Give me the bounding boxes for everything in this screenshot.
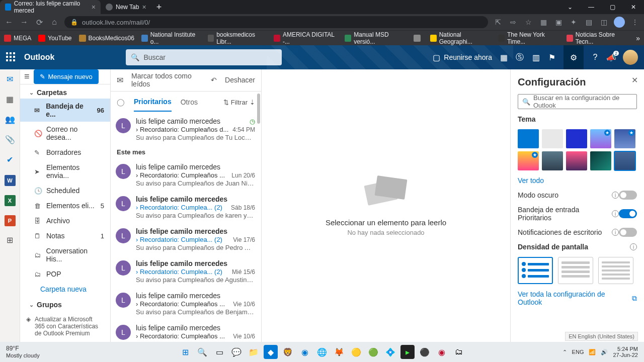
tab-other[interactable]: Otros bbox=[181, 93, 198, 111]
star-icon[interactable]: ☆ bbox=[523, 17, 533, 27]
folder-item[interactable]: 🗒Notas1 bbox=[20, 228, 110, 243]
bookmark-item[interactable]: The New York Time... bbox=[498, 31, 559, 45]
tab-close-icon[interactable]: × bbox=[92, 3, 96, 11]
app-icon[interactable]: ⚫ bbox=[418, 345, 432, 359]
theme-swatch[interactable] bbox=[518, 151, 539, 170]
explorer-icon[interactable]: 📁 bbox=[247, 345, 261, 359]
volume-icon[interactable]: 🔊 bbox=[601, 349, 608, 355]
select-all-icon[interactable]: ◯ bbox=[117, 98, 125, 106]
folders-section-header[interactable]: ⌄Carpetas bbox=[20, 84, 110, 99]
chevron-down-icon[interactable]: ⌄ bbox=[559, 0, 581, 14]
address-bar[interactable]: 🔒 outlook.live.com/mail/0/ bbox=[64, 16, 488, 28]
new-message-button[interactable]: ✎ Mensaje nuevo bbox=[34, 69, 99, 84]
tray-chevron-icon[interactable]: ⌃ bbox=[562, 349, 567, 355]
chat-icon[interactable]: 💬 bbox=[229, 345, 244, 359]
message-item[interactable]: Lluis felipe camilo mercedes◷› Recordato… bbox=[111, 113, 261, 145]
new-tab-button[interactable]: + bbox=[151, 0, 167, 14]
reload-icon[interactable]: ⟳ bbox=[34, 18, 44, 27]
edge-icon[interactable]: ◉ bbox=[298, 345, 312, 359]
filter-button[interactable]: ⇅Filtrar⇣ bbox=[223, 99, 255, 106]
minimize-icon[interactable]: — bbox=[581, 0, 602, 14]
folder-item[interactable]: ✎Borradores bbox=[20, 145, 110, 160]
menu-icon[interactable]: ⋮ bbox=[630, 17, 640, 27]
density-compact[interactable] bbox=[598, 257, 633, 284]
chrome-icon[interactable]: 🟡 bbox=[349, 345, 363, 359]
tab-focused[interactable]: Prioritarios bbox=[134, 93, 172, 112]
app-icon[interactable]: ◆ bbox=[264, 345, 278, 359]
theme-swatch[interactable] bbox=[542, 151, 563, 170]
undo-button[interactable]: Deshacer bbox=[225, 76, 255, 84]
info-icon[interactable]: i bbox=[612, 210, 619, 217]
theme-swatch[interactable] bbox=[590, 151, 611, 170]
app-launcher-icon[interactable] bbox=[6, 52, 16, 62]
search-input[interactable]: 🔍 Buscar bbox=[126, 49, 282, 65]
bookmark-item[interactable]: booksmedicos Libr... bbox=[208, 31, 267, 45]
taskview-icon[interactable]: ▭ bbox=[212, 345, 226, 359]
bookmark-item[interactable]: BooksMedicos06 bbox=[79, 31, 134, 45]
theme-swatch[interactable] bbox=[614, 129, 635, 148]
folder-item[interactable]: ➤Elementos envia... bbox=[20, 160, 110, 183]
settings-icon[interactable]: ⚙ bbox=[564, 45, 584, 69]
calendar-icon[interactable]: ▦ bbox=[5, 95, 16, 106]
folder-item[interactable]: 🗄Archivo bbox=[20, 213, 110, 228]
excel-icon[interactable]: X bbox=[5, 195, 16, 206]
folder-item[interactable]: 🗂Conversation His... bbox=[20, 243, 110, 266]
people-icon[interactable]: 👥 bbox=[5, 115, 16, 126]
language-indicator[interactable]: EN English (United States) bbox=[565, 332, 638, 341]
info-icon[interactable]: i bbox=[612, 229, 619, 236]
browser-tab[interactable]: New Tab × bbox=[101, 0, 151, 14]
see-all-themes-link[interactable]: Ver todo bbox=[518, 176, 637, 185]
theme-swatch[interactable] bbox=[590, 129, 611, 148]
message-item[interactable]: Lluis felipe camilo mercedes› Recordator… bbox=[111, 255, 261, 288]
app-icon[interactable]: ◉ bbox=[435, 345, 449, 359]
bookmark-item[interactable]: Noticias Sobre Tecn... bbox=[567, 31, 629, 45]
back-icon[interactable]: ← bbox=[4, 18, 14, 27]
word-icon[interactable]: W bbox=[5, 175, 16, 186]
bookmarks-overflow-icon[interactable]: » bbox=[636, 34, 640, 42]
megaphone-icon[interactable]: 📣 bbox=[607, 53, 616, 62]
scrollbar-thumb[interactable] bbox=[257, 94, 260, 124]
close-icon[interactable]: ✕ bbox=[631, 75, 638, 85]
app-icon[interactable]: 🌐 bbox=[315, 345, 329, 359]
focused-inbox-toggle[interactable] bbox=[619, 209, 637, 218]
grid-icon[interactable]: ▦ bbox=[499, 53, 508, 62]
todo-icon[interactable]: ✔ bbox=[5, 155, 16, 166]
tab-close-icon[interactable]: × bbox=[142, 3, 146, 11]
message-item[interactable]: Lluis felipe camilo mercedes› Recordator… bbox=[111, 288, 261, 320]
mail-icon[interactable]: ✉ bbox=[5, 74, 16, 85]
weather-widget[interactable]: 89°F Mostly cloudy bbox=[6, 345, 40, 358]
more-apps-icon[interactable]: ⊞ bbox=[5, 235, 16, 246]
density-medium[interactable] bbox=[558, 257, 593, 284]
info-icon[interactable]: i bbox=[612, 192, 619, 199]
ext-icon[interactable]: ▦ bbox=[538, 17, 548, 27]
bookmark-item[interactable]: MEGA bbox=[4, 31, 31, 45]
info-icon[interactable]: i bbox=[630, 243, 637, 250]
share-icon[interactable]: ⇱ bbox=[493, 17, 503, 27]
app-icon[interactable]: 🟢 bbox=[366, 345, 380, 359]
message-item[interactable]: Lluis felipe camilo mercedes› Recordator… bbox=[111, 223, 261, 255]
sidepanel-icon[interactable]: ◫ bbox=[599, 17, 609, 27]
powerpoint-icon[interactable]: P bbox=[5, 215, 16, 226]
wifi-icon[interactable]: 📶 bbox=[589, 349, 596, 355]
message-item[interactable]: Lluis felipe camilo mercedes› Recordator… bbox=[111, 320, 261, 342]
ext-icon[interactable]: ▤ bbox=[584, 17, 594, 27]
start-icon[interactable]: ⊞ bbox=[178, 345, 192, 359]
folder-icon[interactable]: 🗂 bbox=[452, 345, 466, 359]
folder-item[interactable]: 🚫Correo no desea... bbox=[20, 122, 110, 145]
home-icon[interactable]: ⌂ bbox=[49, 18, 59, 27]
firefox-icon[interactable]: 🦊 bbox=[332, 345, 346, 359]
groups-section-header[interactable]: ⌄Grupos bbox=[20, 297, 110, 311]
dark-mode-toggle[interactable] bbox=[619, 191, 637, 200]
bookmark-item[interactable]: AMERICA DIGITAL -... bbox=[274, 31, 338, 45]
desktop-notifications-toggle[interactable] bbox=[619, 228, 637, 237]
message-item[interactable]: Lluis felipe camilo mercedes› Recordator… bbox=[111, 159, 261, 191]
folder-item[interactable]: 🕓Scheduled bbox=[20, 183, 110, 198]
calendar-icon[interactable]: ▥ bbox=[531, 53, 540, 62]
bookmark-item[interactable]: National Institute o... bbox=[141, 31, 201, 45]
browser-tab-active[interactable]: Correo: luis felipe camilo merced × bbox=[0, 0, 101, 14]
bookmark-item[interactable]: National Geographi... bbox=[430, 31, 491, 45]
maximize-icon[interactable]: ▢ bbox=[602, 0, 623, 14]
close-icon[interactable]: ✕ bbox=[623, 0, 644, 14]
clock[interactable]: 5:24 PM 27-Jun-22 bbox=[613, 346, 638, 358]
theme-swatch[interactable] bbox=[542, 129, 563, 148]
